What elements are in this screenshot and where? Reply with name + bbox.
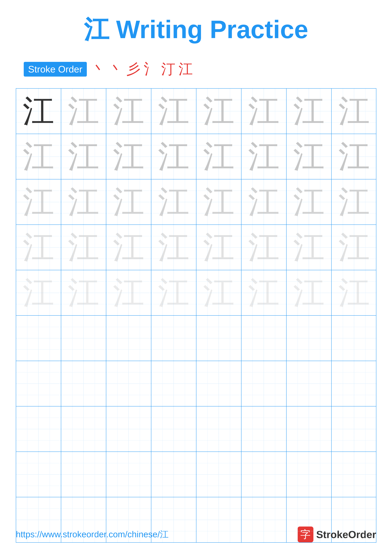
practice-char: 江 xyxy=(338,141,370,172)
grid-row: 江江江江江江江江 xyxy=(16,179,376,225)
grid-cell[interactable]: 江 xyxy=(151,89,196,134)
grid-cell[interactable]: 江 xyxy=(106,134,151,179)
practice-grid: 江江江江江江江江江江江江江江江江江江江江江江江江江江江江江江江江江江江江江江江江 xyxy=(16,88,376,543)
grid-cell[interactable] xyxy=(16,361,61,406)
footer-logo: 字 StrokeOrder xyxy=(298,526,376,542)
grid-cell[interactable]: 江 xyxy=(61,225,106,270)
grid-cell[interactable] xyxy=(196,316,242,361)
grid-cell[interactable] xyxy=(61,452,106,497)
grid-cell[interactable]: 江 xyxy=(286,89,332,134)
practice-char: 江 xyxy=(113,186,144,218)
grid-cell[interactable] xyxy=(286,406,332,452)
grid-cell[interactable] xyxy=(332,361,377,406)
grid-cell[interactable] xyxy=(332,316,377,361)
grid-cell[interactable] xyxy=(16,316,61,361)
grid-cell[interactable]: 江 xyxy=(61,270,106,315)
grid-cell[interactable]: 江 xyxy=(196,270,242,315)
grid-cell[interactable] xyxy=(242,406,286,452)
grid-cell[interactable] xyxy=(286,452,332,497)
footer-url[interactable]: https://www.strokeorder.com/chinese/江 xyxy=(16,529,169,540)
grid-cell[interactable]: 江 xyxy=(332,270,377,315)
grid-cell[interactable]: 江 xyxy=(242,270,286,315)
grid-cell[interactable] xyxy=(61,406,106,452)
grid-cell[interactable]: 江 xyxy=(196,89,242,134)
grid-cell[interactable]: 江 xyxy=(151,179,196,225)
grid-cell[interactable]: 江 xyxy=(16,179,61,225)
grid-cell[interactable]: 江 xyxy=(106,179,151,225)
grid-cell[interactable]: 江 xyxy=(151,225,196,270)
practice-char: 江 xyxy=(158,95,189,127)
grid-cell[interactable]: 江 xyxy=(61,179,106,225)
grid-cell[interactable]: 江 xyxy=(16,134,61,179)
practice-char: 江 xyxy=(293,95,325,127)
stroke-char-2: 丶 xyxy=(109,59,123,79)
grid-row: 江江江江江江江江 xyxy=(16,89,376,134)
grid-cell[interactable] xyxy=(151,452,196,497)
grid-cell[interactable]: 江 xyxy=(242,89,286,134)
grid-cell[interactable]: 江 xyxy=(332,89,377,134)
practice-char: 江 xyxy=(23,232,54,263)
practice-char: 江 xyxy=(338,277,370,309)
grid-cell[interactable]: 江 xyxy=(286,225,332,270)
grid-cell[interactable]: 江 xyxy=(151,270,196,315)
grid-cell[interactable] xyxy=(151,316,196,361)
stroke-char-5: 汀 xyxy=(161,59,175,79)
title-chinese-char: 江 xyxy=(84,15,109,44)
grid-cell[interactable] xyxy=(242,361,286,406)
grid-cell[interactable]: 江 xyxy=(151,134,196,179)
practice-char: 江 xyxy=(23,95,54,127)
grid-cell[interactable] xyxy=(196,452,242,497)
grid-cell[interactable] xyxy=(61,361,106,406)
grid-cell[interactable] xyxy=(16,406,61,452)
grid-cell[interactable] xyxy=(106,406,151,452)
grid-cell[interactable] xyxy=(16,452,61,497)
grid-cell[interactable]: 江 xyxy=(332,179,377,225)
stroke-order-chars: 丶 丶 彡 氵 汀 江 xyxy=(92,59,193,79)
grid-cell[interactable]: 江 xyxy=(242,134,286,179)
practice-char: 江 xyxy=(293,232,325,263)
grid-cell[interactable] xyxy=(106,316,151,361)
grid-cell[interactable]: 江 xyxy=(196,134,242,179)
grid-cell[interactable] xyxy=(196,406,242,452)
practice-char: 江 xyxy=(293,186,325,218)
grid-cell[interactable] xyxy=(332,406,377,452)
grid-cell[interactable] xyxy=(151,361,196,406)
practice-char: 江 xyxy=(68,277,99,309)
grid-cell[interactable] xyxy=(106,452,151,497)
grid-cell[interactable]: 江 xyxy=(106,270,151,315)
grid-cell[interactable]: 江 xyxy=(16,270,61,315)
practice-char: 江 xyxy=(23,186,54,218)
grid-cell[interactable]: 江 xyxy=(286,179,332,225)
practice-char: 江 xyxy=(68,141,99,172)
grid-cell[interactable] xyxy=(286,361,332,406)
page: 江 Writing Practice Stroke Order 丶 丶 彡 氵 … xyxy=(0,0,392,555)
grid-cell[interactable]: 江 xyxy=(16,89,61,134)
grid-cell[interactable]: 江 xyxy=(286,270,332,315)
practice-char: 江 xyxy=(248,232,280,263)
grid-cell[interactable] xyxy=(242,316,286,361)
grid-cell[interactable] xyxy=(61,316,106,361)
grid-cell[interactable]: 江 xyxy=(332,134,377,179)
grid-cell[interactable]: 江 xyxy=(332,225,377,270)
grid-cell[interactable]: 江 xyxy=(196,225,242,270)
practice-char: 江 xyxy=(203,141,235,172)
title-section: 江 Writing Practice xyxy=(84,13,308,47)
stroke-char-6: 江 xyxy=(178,59,193,79)
grid-cell[interactable] xyxy=(242,452,286,497)
grid-cell[interactable]: 江 xyxy=(242,179,286,225)
grid-cell[interactable] xyxy=(332,452,377,497)
grid-cell[interactable]: 江 xyxy=(286,134,332,179)
grid-cell[interactable]: 江 xyxy=(106,225,151,270)
grid-cell[interactable] xyxy=(151,406,196,452)
footer: https://www.strokeorder.com/chinese/江 字 … xyxy=(0,526,392,542)
grid-cell[interactable] xyxy=(106,361,151,406)
practice-char: 江 xyxy=(248,95,280,127)
grid-cell[interactable]: 江 xyxy=(242,225,286,270)
grid-cell[interactable]: 江 xyxy=(106,89,151,134)
grid-cell[interactable]: 江 xyxy=(61,89,106,134)
grid-cell[interactable]: 江 xyxy=(61,134,106,179)
grid-cell[interactable]: 江 xyxy=(16,225,61,270)
grid-cell[interactable]: 江 xyxy=(196,179,242,225)
grid-cell[interactable] xyxy=(286,316,332,361)
grid-cell[interactable] xyxy=(196,361,242,406)
